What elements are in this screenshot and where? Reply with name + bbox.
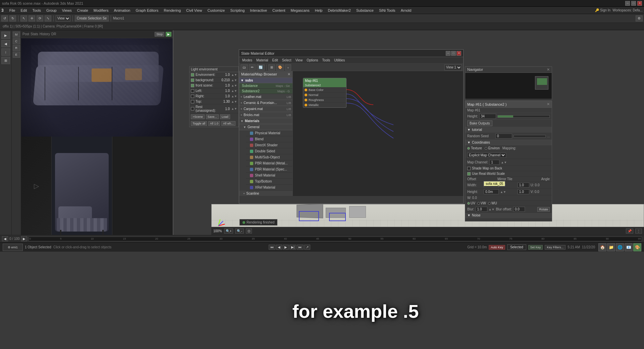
menu-views[interactable]: Views <box>60 8 74 13</box>
prop-panel-close[interactable]: ✕ <box>547 102 550 106</box>
key-filters-btn[interactable]: Key Filters... <box>545 245 566 250</box>
substance-item[interactable]: Substance Maps - Ge <box>239 83 292 89</box>
env-check-7[interactable] <box>191 107 194 110</box>
rotate-btn[interactable]: ⟳ <box>37 15 43 21</box>
play-all-btn[interactable]: ↗ <box>304 245 310 250</box>
sme-tool-6[interactable]: ⬦ <box>285 64 291 70</box>
multi-sub-item[interactable]: Multi/Sub-Object <box>246 154 292 160</box>
move-btn[interactable]: ✛ <box>29 15 35 21</box>
navigator-close[interactable]: ✕ <box>547 67 550 72</box>
map-channel-input[interactable] <box>489 160 499 165</box>
pbr-spec-item[interactable]: PBR Material (Spec... <box>246 166 292 172</box>
sme-menu-view[interactable]: View <box>294 58 305 62</box>
erase-btn[interactable]: E <box>13 52 20 58</box>
menu-content[interactable]: Content <box>270 8 288 13</box>
tutorial-section-header[interactable]: ▼ tutorial <box>465 127 552 133</box>
menu-customize[interactable]: Customize <box>205 8 227 13</box>
menu-substance[interactable]: Substance <box>354 8 376 13</box>
xref-item[interactable]: XRef Material <box>246 185 292 191</box>
taskbar-icon-5-active[interactable]: 🎨 <box>633 243 641 251</box>
sme-menu-tools[interactable]: Tools <box>321 58 332 62</box>
sign-in[interactable]: 🔑 Sign In <box>595 8 610 12</box>
sme-tool-4[interactable]: ⊞ <box>268 64 275 70</box>
menu-scripting[interactable]: Scripting <box>228 8 247 13</box>
redo-btn[interactable]: ↻ <box>9 15 16 21</box>
menu-file[interactable]: File <box>7 8 18 13</box>
ctrl-c-btn[interactable]: C <box>13 38 20 44</box>
random-seed-slider[interactable] <box>514 135 546 138</box>
sme-menu-utilities[interactable]: Utilities <box>332 58 346 62</box>
menu-animation[interactable]: Animation <box>111 8 132 13</box>
sme-tool-2[interactable]: ✏ <box>249 64 256 70</box>
physical-material-item[interactable]: Physical Material <box>246 130 292 136</box>
use-real-world-checkbox[interactable] <box>467 172 471 176</box>
play-anim-btn[interactable]: ▶ <box>283 245 289 250</box>
mapping-select[interactable]: Explicit Map Channel <box>467 153 506 158</box>
blur-input[interactable] <box>476 207 487 212</box>
vw-radio[interactable]: VW <box>477 201 486 205</box>
sme-menu-modes[interactable]: Modes <box>240 58 254 62</box>
coord-dropdown[interactable]: View <box>56 15 70 21</box>
taskbar-icon-4[interactable]: 📧 <box>625 243 633 251</box>
directx-item[interactable]: DirectX Shader <box>246 142 292 148</box>
noise-section-header[interactable]: ▼ Noise <box>465 213 552 218</box>
env-check-5[interactable] <box>191 95 194 98</box>
auto-key-btn[interactable]: Auto Key <box>489 245 505 250</box>
select-btn[interactable]: ↖ <box>20 15 27 21</box>
environ-radio[interactable]: Environ <box>485 146 500 150</box>
sme-menu-select[interactable]: Select <box>280 58 293 62</box>
scene-btn[interactable]: >Scene <box>191 114 205 119</box>
fit-btn[interactable]: ⊡ <box>246 229 252 234</box>
general-subgroup-header[interactable]: ▼ General <box>239 124 292 130</box>
leather-mat-group[interactable]: + Leather.mat LIB <box>239 94 292 100</box>
sme-maximize-btn[interactable]: □ <box>451 51 456 56</box>
sme-minimize-btn[interactable]: ─ <box>446 51 450 56</box>
prev-frame-btn[interactable]: ◀ <box>276 245 282 250</box>
env-check-3[interactable] <box>191 84 194 87</box>
shade-checkbox[interactable] <box>467 167 471 170</box>
toggle-all-btn[interactable]: Toggle all <box>191 121 207 126</box>
blend-item[interactable]: Blend <box>246 136 292 142</box>
u-input[interactable] <box>518 183 529 188</box>
close-button[interactable]: ✕ <box>637 1 642 6</box>
menu-graph-editors[interactable]: Graph Editors <box>133 8 161 13</box>
bottom-icon-1[interactable]: ⚙ emi1 <box>3 244 23 251</box>
blur-offset-input[interactable] <box>513 207 525 212</box>
menu-rendering[interactable]: Rendering <box>161 8 183 13</box>
next-frame-btn[interactable]: ▶| <box>289 245 297 250</box>
sme-node-editor[interactable]: Map #61 Substance2 Base Color Normal Rou… <box>293 71 463 196</box>
minimize-button[interactable]: ─ <box>625 1 630 6</box>
all-wh-btn[interactable]: All wh... <box>221 121 235 126</box>
load-btn[interactable]: Load <box>220 114 230 119</box>
height-input[interactable] <box>479 114 496 119</box>
rotate-btn[interactable]: Rotate <box>537 207 550 212</box>
topbottom-item[interactable]: Top/Bottom <box>246 179 292 185</box>
timeline-track[interactable]: 0 5 10 15 20 25 30 35 40 45 50 55 60 65 … <box>29 237 642 241</box>
coordinates-section-header[interactable]: ▼ Coordinates <box>465 140 552 145</box>
mat-browser-close[interactable]: ✕ <box>287 72 290 77</box>
render-setup-btn[interactable]: ⚙ <box>636 15 643 21</box>
zoom-in-btn[interactable]: 🔍+ <box>224 229 233 234</box>
taskbar-icon-1[interactable]: 🏠 <box>598 243 606 251</box>
workspaces[interactable]: Workspaces: Defa... <box>612 8 643 12</box>
skip-start-btn[interactable]: ⏮ <box>269 245 275 250</box>
sme-menu-options[interactable]: Options <box>305 58 320 62</box>
set-key-btn[interactable]: Set Key <box>528 245 543 250</box>
menu-help[interactable]: Help <box>313 8 325 13</box>
zoom-out-btn[interactable]: 🔍- <box>235 229 244 234</box>
max-btn[interactable]: M <box>13 32 20 38</box>
env-check-1[interactable] <box>191 73 194 77</box>
materials-group-header[interactable]: ▼ Materials <box>239 118 292 124</box>
play-btn[interactable]: ▶ <box>166 32 171 37</box>
menu-debrism2[interactable]: DebrisMaker2 <box>325 8 353 13</box>
pin-btn[interactable]: 📌 <box>626 229 633 234</box>
scanline-group-header[interactable]: + Scanline <box>239 191 292 196</box>
timeline-prev-btn[interactable]: ◀ <box>2 236 8 241</box>
render-btn[interactable]: Create Selection Se <box>75 15 109 21</box>
sme-tool-3[interactable]: 🔄 <box>257 64 265 70</box>
bake-outputs-btn[interactable]: Bake Outputs <box>467 120 492 126</box>
substance2-item[interactable]: Substance2 Maps - G <box>239 89 292 94</box>
carpaint-mat-group[interactable]: + Carpaint.mat LIB <box>239 106 292 112</box>
texture-radio[interactable]: Texture <box>467 146 482 150</box>
env-check-4[interactable] <box>191 89 194 93</box>
